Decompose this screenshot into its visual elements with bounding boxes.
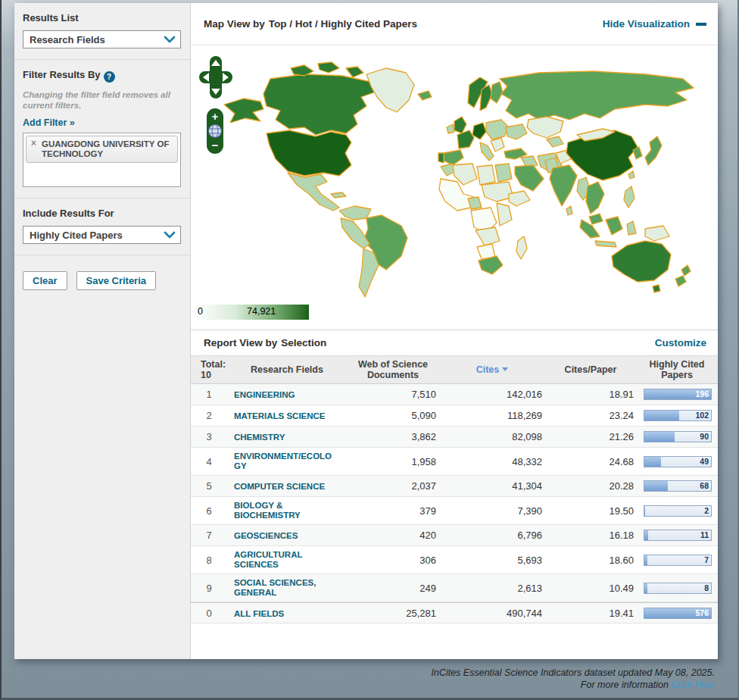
customize-link[interactable]: Customize — [655, 337, 706, 348]
collapse-icon[interactable] — [696, 23, 706, 26]
footer-dataset-note: InCites Essential Science Indicators dat… — [431, 667, 715, 679]
hcp-bar: 49 — [644, 456, 712, 467]
country-sulawesi — [627, 221, 636, 235]
include-results-dropdown[interactable]: Highly Cited Papers — [23, 226, 181, 244]
country-sri-lanka — [566, 206, 572, 215]
help-icon[interactable]: ? — [104, 71, 115, 83]
continent-north-america[interactable] — [224, 62, 432, 211]
highly-cited-cell: 90 — [636, 431, 718, 442]
hide-visualization[interactable]: Hide Visualization — [603, 18, 706, 30]
country-russia — [500, 71, 694, 120]
col-header-cites-per-paper[interactable]: Cites/Paper — [545, 364, 636, 375]
country-india — [550, 165, 577, 206]
research-field-link[interactable]: ENVIRONMENT/ECOLOGY — [234, 452, 334, 471]
country-italy — [480, 142, 494, 161]
col-header-wos-documents[interactable]: Web of Science Documents — [351, 359, 435, 380]
table-row: 2MATERIALS SCIENCE5,090118,26923.24102 — [191, 405, 718, 427]
world-map[interactable] — [191, 45, 717, 303]
continent-africa[interactable] — [439, 164, 530, 274]
country-japan — [645, 136, 662, 165]
wos-documents-value: 306 — [347, 555, 439, 566]
research-field-link[interactable]: MATERIALS SCIENCE — [234, 411, 326, 421]
country-tasmania — [653, 285, 660, 292]
pan-control-icon[interactable] — [199, 56, 232, 100]
country-madagascar — [516, 236, 527, 259]
wos-documents-value: 2,037 — [347, 480, 439, 492]
cites-per-paper-value: 20.28 — [545, 480, 636, 492]
filter-tag-label: GUANGDONG UNIVERSITY OF TECHNOLOGY — [42, 139, 169, 158]
hcp-bar: 196 — [644, 389, 712, 400]
wos-documents-value: 420 — [347, 530, 439, 541]
map-legend: 0 74,921 — [195, 305, 309, 320]
report-table-body: 1ENGINEERING7,510142,01618.911962MATERIA… — [191, 384, 718, 623]
research-field-link[interactable]: COMPUTER SCIENCE — [234, 482, 325, 492]
results-list-dropdown[interactable]: Research Fields — [23, 30, 181, 48]
country-libya — [477, 165, 495, 185]
save-criteria-button[interactable]: Save Criteria — [76, 271, 157, 290]
country-poland — [486, 120, 509, 139]
wos-documents-value: 3,862 — [347, 431, 439, 442]
report-table: Total: 10 Research Fields Web of Science… — [191, 355, 718, 623]
country-mexico — [288, 173, 339, 211]
country-peru — [341, 218, 370, 248]
hide-visualization-label[interactable]: Hide Visualization — [603, 18, 690, 30]
table-row: 1ENGINEERING7,510142,01618.91196 — [191, 384, 718, 405]
row-rank: 7 — [191, 530, 227, 541]
cites-per-paper-value: 18.60 — [545, 555, 636, 566]
col-header-research-fields[interactable]: Research Fields — [227, 364, 347, 375]
table-row: 4ENVIRONMENT/ECOLOGY1,95848,33224.6849 — [191, 448, 718, 476]
col-header-cites[interactable]: Cites — [439, 364, 545, 375]
continent-oceania[interactable] — [612, 241, 691, 292]
country-spain — [444, 150, 463, 165]
table-row: 0ALL FIELDS25,281490,74419.41576 — [191, 602, 718, 623]
research-field-link[interactable]: BIOLOGY & BIOCHEMISTRY — [234, 501, 334, 520]
wos-documents-value: 25,281 — [347, 608, 439, 619]
hcp-bar: 7 — [644, 555, 712, 566]
filter-tag: × GUANGDONG UNIVERSITY OF TECHNOLOGY — [26, 136, 178, 163]
click-here-link[interactable]: Click Here — [671, 680, 715, 690]
globe-icon[interactable] — [209, 125, 222, 138]
clear-button[interactable]: Clear — [23, 271, 67, 290]
cites-value: 2,613 — [439, 583, 545, 594]
include-results-heading: Include Results For — [23, 208, 181, 219]
highly-cited-cell: 49 — [636, 456, 718, 467]
research-field-link[interactable]: SOCIAL SCIENCES, GENERAL — [234, 578, 334, 598]
continent-south-america[interactable] — [339, 206, 407, 297]
country-new-zealand-north — [681, 265, 691, 276]
research-field-link[interactable]: ALL FIELDS — [234, 609, 284, 619]
remove-filter-icon[interactable]: × — [31, 139, 36, 148]
row-rank: 4 — [191, 456, 227, 467]
research-field-link[interactable]: CHEMISTRY — [234, 433, 285, 442]
row-rank: 9 — [191, 583, 227, 594]
country-philippines — [624, 186, 635, 208]
col-header-total: Total: 10 — [191, 359, 227, 380]
research-field-link[interactable]: GEOSCIENCES — [234, 531, 298, 541]
research-field-link[interactable]: AGRICULTURAL SCIENCES — [234, 550, 334, 570]
filter-section: Filter Results By? Changing the filter f… — [14, 60, 190, 198]
research-field-cell: CHEMISTRY — [227, 431, 347, 442]
research-field-link[interactable]: ENGINEERING — [234, 390, 295, 400]
hcp-bar: 8 — [644, 583, 712, 594]
wos-documents-value: 7,510 — [347, 389, 439, 400]
add-filter-link[interactable]: Add Filter » — [23, 117, 75, 128]
zoom-in-icon[interactable]: + — [212, 110, 219, 123]
table-row: 5COMPUTER SCIENCE2,03741,30420.2868 — [191, 476, 718, 497]
zoom-out-icon[interactable]: − — [212, 139, 219, 152]
country-egypt — [495, 164, 512, 182]
country-java — [595, 241, 616, 247]
map-controls: + − — [199, 56, 234, 158]
continent-asia[interactable] — [500, 71, 694, 247]
chevron-down-icon — [164, 231, 176, 239]
cites-per-paper-value: 19.41 — [545, 608, 636, 619]
world-map-area: + − — [191, 45, 718, 303]
country-cuba — [331, 192, 346, 198]
country-nigeria — [468, 197, 482, 209]
cites-per-paper-value: 19.50 — [545, 505, 636, 517]
country-germany — [472, 123, 486, 139]
country-angola-zambia — [476, 227, 500, 245]
row-rank: 0 — [191, 608, 227, 619]
cites-per-paper-value: 18.91 — [545, 389, 636, 400]
cites-per-paper-value: 16.18 — [545, 530, 636, 541]
filter-heading: Filter Results By? — [23, 69, 181, 83]
col-header-highly-cited[interactable]: Highly Cited Papers — [645, 359, 709, 380]
